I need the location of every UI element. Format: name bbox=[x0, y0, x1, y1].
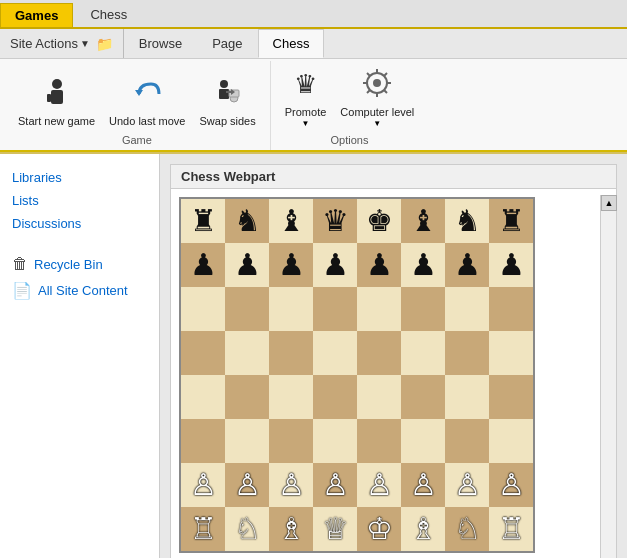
chess-cell[interactable]: ♞ bbox=[445, 199, 489, 243]
chess-cell[interactable]: ♘ bbox=[445, 507, 489, 551]
chess-cell[interactable]: ♖ bbox=[181, 507, 225, 551]
undo-icon bbox=[131, 76, 163, 113]
sidebar-item-all-site-content[interactable]: 📄 All Site Content bbox=[0, 277, 159, 304]
chess-cell[interactable] bbox=[269, 287, 313, 331]
chess-cell[interactable] bbox=[225, 331, 269, 375]
swap-sides-button[interactable]: Swap sides bbox=[193, 72, 261, 132]
chess-cell[interactable]: ♙ bbox=[489, 463, 533, 507]
chess-cell[interactable] bbox=[225, 419, 269, 463]
chess-cell[interactable]: ♜ bbox=[489, 199, 533, 243]
svg-point-0 bbox=[52, 79, 62, 89]
chess-cell[interactable] bbox=[181, 419, 225, 463]
chess-cell[interactable]: ♟ bbox=[445, 243, 489, 287]
chess-cell[interactable] bbox=[269, 331, 313, 375]
sidebar: Libraries Lists Discussions 🗑 Recycle Bi… bbox=[0, 154, 160, 558]
chess-cell[interactable] bbox=[269, 419, 313, 463]
chess-cell[interactable]: ♘ bbox=[225, 507, 269, 551]
chess-cell[interactable]: ♖ bbox=[489, 507, 533, 551]
browse-tab[interactable]: Browse bbox=[124, 29, 197, 58]
chess-cell[interactable] bbox=[225, 375, 269, 419]
svg-line-17 bbox=[384, 90, 387, 93]
sidebar-item-libraries[interactable]: Libraries bbox=[12, 166, 147, 189]
chess-cell[interactable] bbox=[357, 287, 401, 331]
chess-cell[interactable] bbox=[181, 375, 225, 419]
chess-cell[interactable]: ♞ bbox=[225, 199, 269, 243]
tab-chess[interactable]: Chess bbox=[75, 2, 142, 27]
chess-cell[interactable] bbox=[489, 375, 533, 419]
computer-level-dropdown-arrow: ▼ bbox=[373, 119, 381, 128]
chess-cell[interactable]: ♛ bbox=[313, 199, 357, 243]
site-actions-tab[interactable]: Site Actions ▼ 📁 bbox=[4, 29, 124, 58]
chess-cell[interactable]: ♗ bbox=[401, 507, 445, 551]
chess-cell[interactable] bbox=[313, 375, 357, 419]
chess-cell[interactable]: ♟ bbox=[181, 243, 225, 287]
chess-cell[interactable] bbox=[181, 331, 225, 375]
chess-cell[interactable]: ♟ bbox=[357, 243, 401, 287]
chess-cell[interactable]: ♚ bbox=[357, 199, 401, 243]
chess-cell[interactable]: ♝ bbox=[269, 199, 313, 243]
chess-cell[interactable] bbox=[401, 331, 445, 375]
chess-cell[interactable]: ♜ bbox=[181, 199, 225, 243]
svg-rect-1 bbox=[51, 90, 63, 104]
chess-cell[interactable]: ♙ bbox=[445, 463, 489, 507]
sidebar-item-recycle-bin[interactable]: 🗑 Recycle Bin bbox=[0, 251, 159, 277]
content-area: Chess Webpart ♜♞♝♛♚♝♞♜♟♟♟♟♟♟♟♟♙♙♙♙♙♙♙♙♖♘… bbox=[160, 154, 627, 558]
chess-cell[interactable]: ♗ bbox=[269, 507, 313, 551]
sidebar-item-lists[interactable]: Lists bbox=[12, 189, 147, 212]
promote-icon: ♛ bbox=[290, 67, 322, 104]
chess-cell[interactable]: ♟ bbox=[269, 243, 313, 287]
site-actions-dropdown-icon: ▼ bbox=[80, 38, 90, 49]
chess-ribbon-tab[interactable]: Chess bbox=[258, 29, 325, 58]
computer-level-button[interactable]: Computer level ▼ bbox=[334, 63, 420, 132]
chess-cell[interactable] bbox=[357, 331, 401, 375]
chess-cell[interactable] bbox=[445, 375, 489, 419]
chess-cell[interactable]: ♙ bbox=[269, 463, 313, 507]
chess-cell[interactable] bbox=[313, 419, 357, 463]
start-new-game-button[interactable]: Start new game bbox=[12, 72, 101, 132]
chess-cell[interactable] bbox=[401, 375, 445, 419]
swap-icon bbox=[212, 76, 244, 113]
chess-cell[interactable] bbox=[445, 419, 489, 463]
chess-cell[interactable]: ♟ bbox=[313, 243, 357, 287]
chess-cell[interactable] bbox=[225, 287, 269, 331]
scroll-up-button[interactable]: ▲ bbox=[601, 195, 617, 211]
chess-cell[interactable]: ♔ bbox=[357, 507, 401, 551]
all-site-content-icon: 📄 bbox=[12, 281, 32, 300]
chess-cell[interactable]: ♝ bbox=[401, 199, 445, 243]
chess-cell[interactable]: ♕ bbox=[313, 507, 357, 551]
chess-cell[interactable] bbox=[181, 287, 225, 331]
page-tab[interactable]: Page bbox=[197, 29, 257, 58]
undo-last-move-button[interactable]: Undo last move bbox=[103, 72, 191, 132]
promote-label: Promote bbox=[285, 106, 327, 119]
ribbon-top-tabs: Games Chess bbox=[0, 0, 627, 29]
promote-button[interactable]: ♛ Promote ▼ bbox=[279, 63, 333, 132]
swap-sides-label: Swap sides bbox=[199, 115, 255, 128]
chess-cell[interactable] bbox=[401, 287, 445, 331]
chess-cell[interactable]: ♙ bbox=[225, 463, 269, 507]
chess-cell[interactable]: ♙ bbox=[313, 463, 357, 507]
chess-cell[interactable] bbox=[357, 375, 401, 419]
chess-cell[interactable] bbox=[401, 419, 445, 463]
chess-cell[interactable] bbox=[357, 419, 401, 463]
chess-cell[interactable] bbox=[489, 287, 533, 331]
chess-cell[interactable]: ♟ bbox=[489, 243, 533, 287]
sidebar-item-discussions[interactable]: Discussions bbox=[12, 212, 147, 235]
chess-cell[interactable]: ♙ bbox=[357, 463, 401, 507]
chess-cell[interactable] bbox=[489, 419, 533, 463]
tab-games[interactable]: Games bbox=[0, 3, 73, 27]
chess-cell[interactable] bbox=[313, 287, 357, 331]
chess-board[interactable]: ♜♞♝♛♚♝♞♜♟♟♟♟♟♟♟♟♙♙♙♙♙♙♙♙♖♘♗♕♔♗♘♖ bbox=[179, 197, 535, 553]
chess-cell[interactable]: ♙ bbox=[181, 463, 225, 507]
chess-cell[interactable]: ♟ bbox=[401, 243, 445, 287]
vertical-scrollbar[interactable]: ▲ ▼ bbox=[600, 195, 616, 558]
chess-cell[interactable] bbox=[445, 331, 489, 375]
chess-cell[interactable]: ♟ bbox=[225, 243, 269, 287]
chess-cell[interactable] bbox=[313, 331, 357, 375]
webpart-title: Chess Webpart bbox=[171, 165, 616, 189]
chess-cell[interactable]: ♙ bbox=[401, 463, 445, 507]
chess-cell[interactable] bbox=[445, 287, 489, 331]
chess-cell[interactable] bbox=[489, 331, 533, 375]
chess-cell[interactable] bbox=[269, 375, 313, 419]
svg-line-19 bbox=[367, 90, 370, 93]
sidebar-divider bbox=[0, 239, 159, 251]
